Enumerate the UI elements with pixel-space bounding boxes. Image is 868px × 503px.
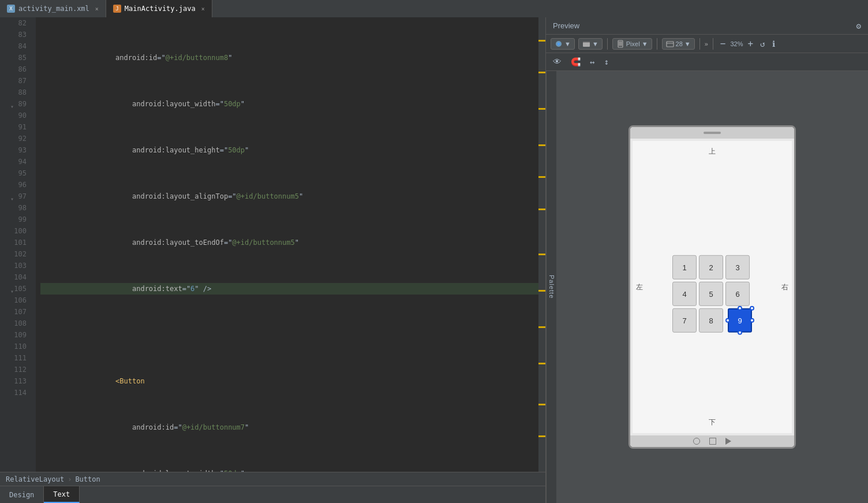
handle-bottom[interactable]	[738, 330, 742, 335]
line-num-99: 99	[7, 214, 31, 225]
line-num-90: 90	[7, 110, 31, 121]
grid-btn-1[interactable]: 1	[672, 255, 697, 280]
editor-area: 82 83 84 85 86 87 88 ▾ 89 90 91 92 93 94…	[0, 17, 545, 503]
toolbar-separator-3	[699, 38, 700, 50]
xml-icon: X	[7, 5, 15, 13]
tab-xml[interactable]: X activity_main.xml ×	[0, 0, 106, 17]
arrows-h-icon-btn[interactable]: ↔	[588, 56, 597, 68]
api-dropdown-btn[interactable]: 28 ▼	[662, 38, 695, 50]
scroll-marker	[538, 144, 545, 146]
grid-btn-8[interactable]: 8	[699, 308, 723, 333]
line-num-101: 101	[7, 237, 31, 248]
tab-xml-close[interactable]: ×	[95, 6, 99, 12]
zoom-in-btn[interactable]: +	[745, 37, 755, 50]
tab-xml-label: activity_main.xml	[18, 5, 89, 13]
breadcrumb-item-0[interactable]: RelativeLayout	[6, 475, 64, 483]
java-icon: J	[113, 5, 121, 13]
scroll-marker	[538, 108, 545, 110]
zoom-level: 32%	[730, 40, 743, 47]
label-right: 右	[781, 282, 788, 292]
info-btn[interactable]: ℹ	[770, 38, 777, 50]
design-dropdown-btn[interactable]: ▼	[551, 38, 575, 50]
eye-icon-btn[interactable]: 👁	[551, 55, 564, 68]
fold-icon-105[interactable]: ▾	[8, 286, 14, 292]
grid-btn-6[interactable]: 6	[725, 282, 750, 306]
zoom-controls: − 32% + ↺ ℹ	[718, 37, 777, 50]
tab-text-label: Text	[53, 490, 70, 498]
tab-design-label: Design	[9, 491, 34, 499]
grid-btn-4[interactable]: 4	[672, 282, 697, 306]
editor-with-scroll: 82 83 84 85 86 87 88 ▾ 89 90 91 92 93 94…	[0, 17, 545, 472]
scroll-marker	[538, 363, 545, 364]
line-num-92: 92	[7, 133, 31, 144]
line-num-105: ▾ 105	[7, 283, 31, 295]
editor-scroll-markers[interactable]	[538, 17, 545, 472]
code-line-89: <Button	[40, 375, 538, 387]
line-num-91: 91	[7, 121, 31, 133]
nav-back	[693, 438, 700, 445]
tab-text[interactable]: Text	[44, 486, 80, 503]
toolbar-separator-2	[657, 38, 657, 50]
arrows-v-icon-btn[interactable]: ↕	[601, 56, 611, 68]
code-line-82: android:id="@+id/buttonnum8"	[40, 52, 538, 64]
handle-top[interactable]	[738, 306, 742, 311]
scroll-marker	[538, 254, 545, 255]
code-line-85: android:layout_alignTop="@+id/buttonnum5…	[40, 191, 538, 202]
line-num-83: 83	[7, 29, 31, 40]
zoom-reset-btn[interactable]: ↺	[758, 38, 767, 50]
line-num-86: 86	[7, 64, 31, 75]
code-line-87: android:text="6" />	[40, 283, 538, 295]
tab-java-close[interactable]: ×	[201, 6, 205, 12]
device-speaker	[704, 132, 721, 134]
grid-btn-5[interactable]: 5	[699, 282, 723, 306]
shape-dropdown-btn[interactable]: ▼	[578, 38, 603, 50]
line-num-109: 109	[7, 329, 31, 341]
shape-icon	[582, 40, 590, 48]
device-screen[interactable]: 上 下 左 右 1 2 3	[633, 141, 792, 433]
code-line-88	[40, 329, 538, 341]
svg-point-1	[558, 43, 560, 45]
fold-icon-89[interactable]: ▾	[8, 101, 14, 107]
breadcrumb-item-1[interactable]: Button	[75, 475, 100, 483]
tab-java-label: MainActivity.java	[125, 5, 196, 13]
scroll-marker	[538, 208, 545, 210]
device-arrow: ▼	[642, 40, 648, 47]
line-numbers: 82 83 84 85 86 87 88 ▾ 89 90 91 92 93 94…	[7, 17, 36, 472]
gear-icon[interactable]: ⚙	[856, 21, 861, 31]
scroll-marker	[538, 290, 545, 292]
code-content[interactable]: android:id="@+id/buttonnum8" android:lay…	[36, 17, 538, 472]
fold-icon-97[interactable]: ▾	[8, 193, 14, 199]
line-num-94: 94	[7, 156, 31, 167]
handle-top-right[interactable]	[750, 306, 754, 311]
shape-btn-arrow: ▼	[592, 40, 598, 47]
zoom-out-btn[interactable]: −	[718, 37, 728, 50]
line-num-106: 106	[7, 295, 31, 306]
line-num-104: 104	[7, 271, 31, 283]
tab-java[interactable]: J MainActivity.java ×	[106, 0, 212, 17]
label-top: 上	[709, 147, 716, 157]
code-line-86: android:layout_toEndOf="@+id/buttonnum5"	[40, 237, 538, 248]
nav-home	[709, 438, 716, 445]
grid-btn-3[interactable]: 3	[725, 255, 750, 280]
handle-left[interactable]	[725, 318, 730, 323]
more-options[interactable]: »	[705, 40, 708, 47]
grid-btn-9[interactable]: 9	[728, 308, 752, 333]
magnet-icon-btn[interactable]: 🧲	[568, 56, 583, 68]
palette-side-tab[interactable]: Palette	[546, 71, 556, 503]
tab-bar: X activity_main.xml × J MainActivity.jav…	[0, 0, 868, 17]
breadcrumb-bar: RelativeLayout › Button	[0, 472, 545, 486]
svg-rect-6	[667, 42, 674, 47]
device-dropdown-btn[interactable]: Pixel ▼	[612, 38, 652, 50]
preview-body: Palette 上 下 左 右	[546, 71, 868, 503]
grid-btn-2[interactable]: 2	[699, 255, 723, 280]
tab-design[interactable]: Design	[0, 486, 44, 503]
grid-btn-7[interactable]: 7	[672, 308, 697, 333]
code-line-91: android:layout_width="50dp"	[40, 468, 538, 472]
preview-content: 上 下 左 右 1 2 3	[556, 71, 868, 503]
line-num-85: 85	[7, 52, 31, 64]
code-line-90: android:id="@+id/buttonnum7"	[40, 422, 538, 433]
toolbar-separator-4	[713, 38, 713, 50]
preview-title: Preview	[553, 21, 579, 30]
scroll-marker	[538, 326, 545, 328]
handle-right[interactable]	[750, 318, 754, 323]
